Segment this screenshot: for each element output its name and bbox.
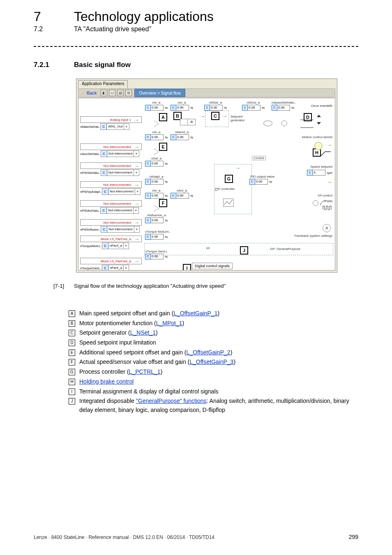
toolbar: ← Back ◧ ▭ ▤ ⧉ Overview > Signal flow: [78, 88, 335, 97]
legend-link[interactable]: L_OffsetGainP_2: [186, 349, 230, 356]
signal-nAct_a: nAct_aC0.00%: [171, 189, 193, 199]
toolbar-icons: ◧ ▭ ▤ ⧉: [99, 90, 132, 96]
digital-signals-button[interactable]: Digital control signals: [192, 263, 233, 269]
legend-row-J: JIntegrated disposable "GeneralPurpose" …: [69, 397, 359, 414]
section-title: TA "Actuating drive speed": [74, 25, 151, 33]
arrow-icon: →: [133, 201, 141, 207]
legend-row-I: ITerminal assignment & display of digita…: [69, 387, 359, 396]
marker-I: I: [183, 264, 191, 271]
arrow-icon: →: [234, 165, 242, 171]
legend-link[interactable]: Holding brake control: [79, 378, 134, 385]
signal-nIn_a: nIn_aC0.00%: [145, 101, 168, 111]
tool-icon-4[interactable]: ⧉: [125, 90, 132, 96]
chapter-title: Technology applications: [74, 9, 214, 24]
legend-key: B: [69, 320, 75, 327]
marker-F: F: [159, 199, 167, 207]
graph-icon: [223, 199, 234, 207]
legend-row-E: EAdditional speed setpoint offset and ga…: [69, 348, 359, 357]
legend-key: D: [69, 340, 75, 346]
signal-ntorquemot: nTorque MotLim.. C0.00%: [145, 230, 171, 240]
breadcrumb[interactable]: Overview > Signal flow: [134, 89, 185, 97]
speed-setpoint-label: Speed setpoint: [311, 165, 332, 169]
tool-icon-3[interactable]: ▤: [117, 90, 124, 96]
arrow-icon: →: [133, 144, 141, 150]
vf-control-label: V/f control: [318, 194, 332, 197]
mpot-icon: [180, 119, 188, 125]
mck-label: Motion control kernel: [302, 135, 332, 139]
tool-icon-1[interactable]: ◧: [101, 90, 107, 96]
legend-row-B: BMotor potentiometer function (L_MPot_1): [69, 319, 359, 328]
port-row: Block LS_ParFree_a → nTorqueMotLi.. CnPa…: [80, 236, 142, 249]
legend-row-C: CSetpoint generator (L_NSet_1): [69, 328, 359, 338]
figure-ref: [7-1]: [53, 283, 64, 289]
pid-controller-label: PID controller: [215, 187, 235, 191]
arrow-icon: →: [221, 113, 228, 119]
legend-row-G: GProcess controller (L_PCTRL_1): [69, 368, 359, 377]
signal-nNSet_a: nNSet_aC0.00%: [204, 101, 227, 111]
arrow-icon: →: [325, 179, 333, 185]
legend-row-F: FActual speed/sensor value offset and ga…: [69, 358, 359, 367]
signal-nSpeedSetValu..: nSpeedSetValu..C0.00%: [272, 101, 296, 111]
signal-nIn_a: nIn_aC0.00%: [145, 130, 168, 140]
screenshot-window: Application Parameters ← Back ◧ ▭ ▤ ⧉ Ov…: [76, 79, 337, 273]
legend-key: I: [69, 388, 75, 395]
port-row: Not interconnected → nPIDVpAdapt.. CNot …: [80, 181, 142, 195]
legend-key: A: [69, 310, 75, 317]
port-dropdown[interactable]: CNot interconnect▾: [102, 188, 141, 195]
page-number: 299: [349, 534, 358, 540]
drive-interface-label: Drive interface: [311, 104, 332, 108]
port-dropdown[interactable]: CNot interconnect▾: [101, 226, 139, 233]
setpoint-generator-label: Setpoint generator: [231, 115, 244, 122]
port-dropdown[interactable]: CNot interconnect▾: [101, 150, 139, 157]
gain-icon-e: [154, 148, 159, 155]
signal-flow-canvas: nIn_aC0.00%nIn_aC0.00%nNSet_aC0.00%nNOut…: [78, 98, 335, 271]
section-number: 7.2: [34, 25, 43, 33]
marker-E: E: [159, 143, 167, 151]
footer-text: Lenze · 8400 StateLine · Reference manua…: [34, 534, 214, 540]
signal-ninfluence: nInfluence_a C0.00%: [145, 213, 168, 223]
pid-output-label: PID output value: [250, 175, 274, 178]
arrow-icon: →: [325, 142, 333, 148]
port-dropdown[interactable]: CNot interconnect▾: [100, 207, 139, 214]
legend-link[interactable]: L_OffsetGainP_1: [173, 310, 217, 317]
legend-link[interactable]: L_NSet_1: [130, 329, 156, 336]
arrow-icon: →: [133, 236, 141, 242]
encoder-icon: Л: [323, 224, 331, 232]
sum-node-icon: [313, 200, 318, 206]
back-label: Back: [87, 90, 97, 95]
tab-application-parameters[interactable]: Application Parameters: [78, 80, 128, 89]
back-button[interactable]: ← Back: [78, 90, 99, 95]
limiter-icon: [300, 120, 314, 128]
legend-link[interactable]: L_MPot_1: [156, 320, 182, 326]
arrow-icon: →: [133, 163, 141, 169]
mck-dot-icon: [314, 142, 323, 150]
port-row: Not interconnected → nPIDActValu.. CNot …: [80, 200, 142, 214]
signal-nset: nSet_a C0.00%: [145, 157, 168, 166]
marker-A: A: [159, 113, 167, 121]
gain-icon: [154, 120, 159, 127]
legend-link[interactable]: L_OffsetGainP_3: [189, 358, 233, 365]
port-dropdown[interactable]: CNot interconnect▾: [101, 169, 139, 176]
port-dropdown[interactable]: CnPar3_a▾: [102, 243, 129, 249]
sum-node-icon: [281, 120, 287, 126]
pwm-icon: [323, 204, 332, 212]
tool-icon-2[interactable]: ▭: [109, 90, 115, 96]
header-rule: [34, 46, 358, 47]
arrow-icon: →: [133, 258, 141, 264]
legend-row-H: HHolding brake control: [69, 377, 359, 386]
brake-icon: [319, 150, 332, 157]
c242-label: C242/0: [252, 156, 266, 160]
legend-key: J: [69, 398, 75, 405]
subsection-number: 7.2.1: [34, 61, 49, 69]
arrow-icon: →: [133, 117, 141, 123]
port-row: Not interconnected → nPIDInfluenc.. CNot…: [80, 219, 142, 233]
legend-link[interactable]: L_PCTRL_1: [129, 368, 161, 375]
port-dropdown[interactable]: CnPar4_a▾: [102, 265, 129, 271]
pid-output-value: C0.00%: [249, 179, 272, 185]
port-dropdown[interactable]: CAIN1_Out▾: [100, 123, 129, 130]
feedback-settings-label: Feedback system settings: [295, 234, 332, 238]
figure-caption: Signal flow of the technology applicatio…: [74, 283, 226, 289]
speed-setpoint-value: C0rpm: [307, 170, 332, 176]
legend-link[interactable]: "GeneralPurpose" functions: [136, 398, 207, 404]
signal-nNAdd_a: nNAdd_aC0.00%: [171, 130, 193, 140]
